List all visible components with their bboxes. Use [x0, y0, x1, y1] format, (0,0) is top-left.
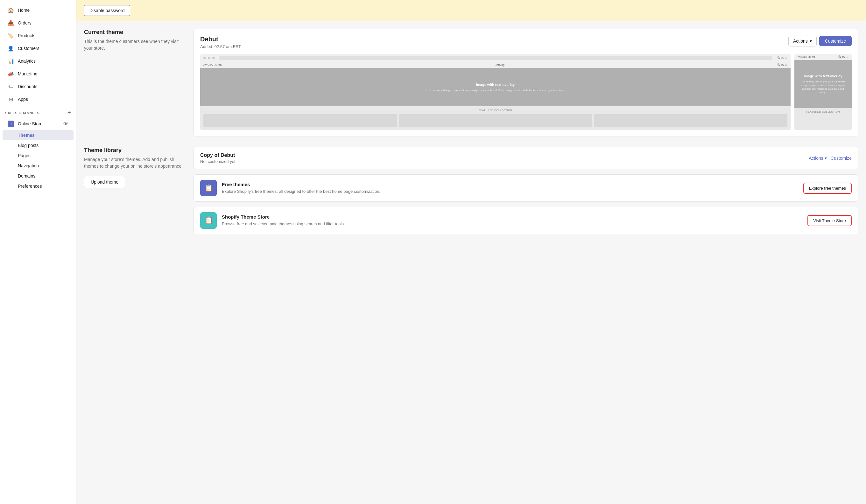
copy-debut-actions: Actions ▾ Customize [809, 156, 852, 161]
theme-preview: 🔍 🛍 ☰ AVADA-DEMO Catalog 🔍 🛍 ☰ Image wit… [200, 54, 852, 130]
online-store-label: Online Store [18, 121, 43, 126]
library-left-panel: Theme library Manage your store's themes… [84, 147, 186, 188]
actions-label: Actions [793, 38, 808, 44]
browser-dot-3 [212, 57, 215, 59]
mobile-hero: Image with text overlay Use overlay text… [795, 60, 852, 108]
copy-chevron-icon: ▾ [825, 156, 827, 161]
mobile-nav-bar: AVADA-DEMO 🔍 🛍 ☰ [795, 54, 852, 60]
sidebar: 🏠Home📥Orders🏷️Products👤Customers📊Analyti… [0, 0, 76, 504]
desktop-nav-icons: 🔍 🛍 ☰ [777, 63, 787, 67]
analytics-icon: 📊 [8, 58, 14, 64]
mobile-preview: AVADA-DEMO 🔍 🛍 ☰ Image with text overlay… [795, 54, 852, 130]
visit-theme-store-button[interactable]: Visit Theme Store [808, 215, 852, 226]
sidebar-item-marketing[interactable]: 📣Marketing [2, 67, 74, 80]
upload-theme-button[interactable]: Upload theme [84, 176, 125, 188]
sidebar-item-products[interactable]: 🏷️Products [2, 29, 74, 42]
copy-debut-name: Copy of Debut [200, 153, 235, 158]
theme-store-desc: Browse free and selected paid themes usi… [222, 221, 802, 227]
desktop-featured-label: FEATURED COLLECTION [200, 106, 791, 114]
free-themes-title: Free themes [222, 182, 798, 187]
current-theme-title: Current theme [84, 29, 186, 36]
apps-icon: ⊞ [8, 96, 14, 102]
desktop-hero-sub: Use overlay text to give your customers … [426, 88, 564, 92]
sidebar-item-label-home: Home [18, 8, 30, 13]
desktop-hero-text: Image with text overlay [426, 82, 564, 87]
library-section: Theme library Manage your store's themes… [84, 147, 858, 234]
sales-channels-label: SALES CHANNELS + [0, 105, 76, 117]
sidebar-item-online-store[interactable]: ⊡ Online Store 👁 [2, 117, 74, 130]
free-themes-icon: 📋 [200, 180, 217, 196]
discounts-icon: 🏷 [8, 83, 14, 90]
browser-dot-1 [203, 57, 206, 59]
library-title: Theme library [84, 147, 186, 154]
sidebar-item-label-apps: Apps [18, 97, 28, 102]
preview-item-2 [399, 114, 592, 127]
sidebar-sub-item-domains[interactable]: Domains [2, 171, 74, 181]
products-icon: 🏷️ [8, 32, 14, 39]
desktop-featured-items [200, 114, 791, 130]
add-sales-channel-icon[interactable]: + [67, 110, 71, 116]
current-theme-section: Current theme This is the theme customer… [84, 29, 858, 137]
sidebar-item-customers[interactable]: 👤Customers [2, 42, 74, 55]
mobile-hero-text: Image with text overlay [799, 74, 847, 79]
mobile-nav-icons: 🔍 🛍 ☰ [838, 55, 848, 58]
current-theme-card: Debut Added: 02:57 am EST Actions ▾ Cust… [193, 29, 858, 137]
copy-actions-label: Actions [809, 156, 823, 161]
preview-item-1 [203, 114, 397, 127]
orders-icon: 📥 [8, 20, 14, 26]
theme-store-title: Shopify Theme Store [222, 214, 802, 220]
sidebar-item-orders[interactable]: 📥Orders [2, 16, 74, 29]
password-banner: Disable password [76, 0, 866, 21]
online-store-icon: ⊡ [8, 121, 14, 127]
main-content: Disable password Current theme This is t… [76, 0, 866, 504]
sidebar-item-label-orders: Orders [18, 20, 32, 25]
theme-card-actions: Actions ▾ Customize [788, 36, 852, 46]
sidebar-item-analytics[interactable]: 📊Analytics [2, 55, 74, 67]
customize-button[interactable]: Customize [819, 36, 852, 46]
customers-icon: 👤 [8, 45, 14, 52]
sidebar-sub-item-preferences[interactable]: Preferences [2, 181, 74, 191]
desktop-store-name: AVADA-DEMO [203, 63, 222, 67]
mobile-store-name: AVADA-DEMO [798, 55, 817, 58]
copy-debut-card: Copy of Debut Not customized yet Actions… [193, 147, 858, 169]
disable-password-button[interactable]: Disable password [84, 5, 130, 16]
theme-card-header: Debut Added: 02:57 am EST Actions ▾ Cust… [200, 36, 852, 49]
chevron-down-icon: ▾ [810, 38, 812, 44]
free-themes-text: Free themes Explore Shopify's free theme… [222, 182, 798, 195]
free-themes-card: 📋 Free themes Explore Shopify's free the… [193, 175, 858, 202]
copy-debut-customize-link[interactable]: Customize [831, 156, 852, 161]
sidebar-sub-item-blog-posts[interactable]: Blog posts [2, 140, 74, 150]
theme-info: Debut Added: 02:57 am EST [200, 36, 241, 49]
sidebar-item-discounts[interactable]: 🏷Discounts [2, 80, 74, 93]
sidebar-sub-item-navigation[interactable]: Navigation [2, 161, 74, 171]
copy-debut-info: Copy of Debut Not customized yet [200, 153, 235, 164]
current-theme-description: This is the theme customers see when the… [84, 38, 186, 52]
sidebar-sub-item-themes[interactable]: Themes [2, 130, 74, 140]
sidebar-item-label-marketing: Marketing [18, 71, 37, 76]
theme-added: Added: 02:57 am EST [200, 44, 241, 49]
browser-icons: 🔍 🛍 ☰ [777, 56, 787, 59]
copy-debut-actions-link[interactable]: Actions ▾ [809, 156, 827, 161]
eye-icon[interactable]: 👁 [63, 121, 68, 127]
explore-free-themes-button[interactable]: Explore free themes [803, 183, 852, 194]
mobile-featured-label: FEATURED COLLECTION [795, 108, 852, 116]
desktop-preview: 🔍 🛍 ☰ AVADA-DEMO Catalog 🔍 🛍 ☰ Image wit… [200, 54, 791, 130]
browser-dot-2 [208, 57, 210, 59]
library-right-panel: Copy of Debut Not customized yet Actions… [193, 147, 858, 234]
browser-url [219, 56, 773, 60]
theme-name: Debut [200, 36, 241, 43]
actions-button[interactable]: Actions ▾ [788, 36, 817, 46]
sidebar-item-home[interactable]: 🏠Home [2, 4, 74, 16]
desktop-hero: Image with text overlay Use overlay text… [200, 68, 791, 106]
browser-bar: 🔍 🛍 ☰ [200, 54, 791, 62]
sidebar-item-apps[interactable]: ⊞Apps [2, 93, 74, 105]
library-description: Manage your store's themes. Add and publ… [84, 156, 186, 170]
theme-store-card: 📋 Shopify Theme Store Browse free and se… [193, 207, 858, 234]
theme-store-icon: 📋 [200, 212, 217, 229]
sidebar-sub-item-pages[interactable]: Pages [2, 150, 74, 161]
marketing-icon: 📣 [8, 71, 14, 77]
mobile-hero-sub: Use overlay text to give your customers … [799, 80, 847, 94]
desktop-nav-bar: AVADA-DEMO Catalog 🔍 🛍 ☰ [200, 62, 791, 68]
preview-item-3 [594, 114, 787, 127]
sidebar-item-label-customers: Customers [18, 46, 40, 51]
